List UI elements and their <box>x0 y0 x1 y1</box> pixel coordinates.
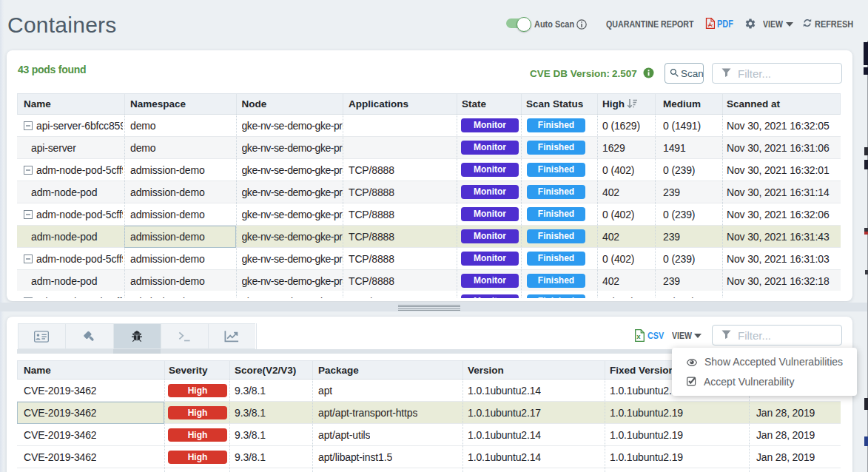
svg-text:x: x <box>636 332 641 340</box>
